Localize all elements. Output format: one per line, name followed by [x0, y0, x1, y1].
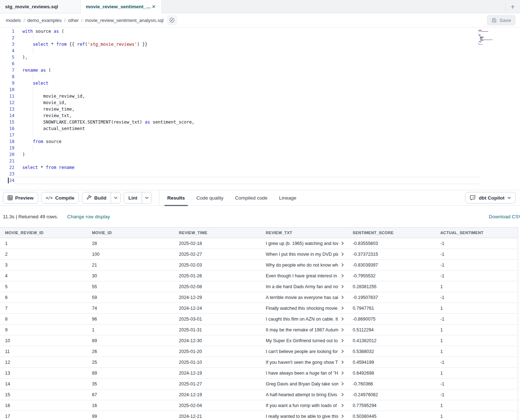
table-cell: -0.8690075 [348, 317, 435, 322]
expand-cell-chevron-icon[interactable] [341, 263, 344, 267]
expand-cell-chevron-icon[interactable] [341, 306, 344, 310]
download-csv-link[interactable]: Download CSV [489, 214, 520, 219]
table-row: 5552025-02-08Im a die hard Dads Army fan… [0, 281, 518, 292]
tab-movie-review-sentiment[interactable]: movie_review_sentiment_… ✕ [81, 0, 162, 13]
new-tab-button[interactable]: + [506, 3, 520, 11]
table-cell: 2024-12-19 [174, 371, 261, 376]
table-row: 15672024-12-19A half-hearted attempt to … [0, 389, 518, 400]
tab-results[interactable]: Results [162, 190, 191, 206]
expand-cell-chevron-icon[interactable] [341, 403, 344, 407]
close-icon[interactable]: ✕ [151, 4, 157, 9]
save-icon [492, 18, 497, 23]
review-text: When I put this movie in my DVD playe… [266, 252, 338, 257]
code-line[interactable]: 2 [0, 35, 520, 41]
code-line[interactable]: 24 [0, 177, 520, 184]
table-cell: Finally watched this shocking movie la… [261, 306, 348, 311]
tab-stg-movie-reviews[interactable]: stg_movie_reviews.sql [0, 0, 81, 13]
table-cell: 5 [0, 284, 87, 289]
column-header: ACTUAL_SENTIMENT [435, 231, 518, 235]
table-cell: -0.19507837 [348, 295, 435, 300]
code-line[interactable]: 14 review_txt, [0, 112, 520, 119]
expand-cell-chevron-icon[interactable] [341, 360, 344, 364]
save-button[interactable]: Save [487, 15, 516, 26]
expand-cell-chevron-icon[interactable] [341, 349, 344, 353]
code-line[interactable]: 19 [0, 145, 520, 151]
table-row: 10892024-12-30My Super Ex Girlfriend tur… [0, 335, 518, 346]
code-line[interactable]: 18 from source [0, 138, 520, 145]
code-line[interactable]: 15 SNOWFLAKE.CORTEX.SENTIMENT(review_txt… [0, 119, 520, 125]
code-line[interactable]: 9 select [0, 80, 520, 86]
code-line[interactable]: 4 [0, 48, 520, 54]
table-cell: 2025-01-10 [174, 360, 261, 365]
breadcrumb-separator: / [64, 18, 66, 23]
tab-code-quality[interactable]: Code quality [191, 190, 229, 206]
review-text: If you haven't seen the gong show TV s… [266, 360, 338, 365]
expand-cell-chevron-icon[interactable] [341, 241, 344, 245]
table-cell: -0.7955532 [348, 273, 435, 278]
expand-cell-chevron-icon[interactable] [341, 382, 344, 386]
code-line[interactable]: 6 [0, 61, 520, 67]
code-line[interactable]: 16 actual_sentiment [0, 125, 520, 132]
code-line[interactable]: 5), [0, 54, 520, 61]
table-cell: -1 [435, 273, 518, 278]
expand-cell-chevron-icon[interactable] [341, 285, 344, 289]
tab-compiled-code[interactable]: Compiled code [229, 190, 273, 206]
expand-cell-chevron-icon[interactable] [341, 339, 344, 343]
build-dropdown-button[interactable] [111, 192, 120, 203]
tab-lineage[interactable]: Lineage [273, 190, 302, 206]
code-text [14, 48, 520, 54]
table-cell: 2025-02-04 [174, 403, 261, 408]
code-line[interactable]: 20) [0, 151, 520, 158]
column-header: REVIEW_TXT [261, 231, 348, 235]
code-line[interactable]: 17 [0, 132, 520, 138]
expand-cell-chevron-icon[interactable] [341, 414, 344, 418]
minimap-line [478, 45, 504, 46]
table-cell: 100 [87, 252, 174, 257]
table-cell: If you want a fun romp with loads of s… [261, 403, 348, 408]
expand-cell-chevron-icon[interactable] [341, 252, 344, 256]
compile-button[interactable]: </> Compile [41, 192, 79, 204]
code-line[interactable]: 12 movie_id, [0, 99, 520, 106]
table-cell: 89 [87, 371, 174, 376]
table-cell: 2025-01-31 [174, 327, 261, 332]
code-editor[interactable]: 1with source as (23 select * from {{ ref… [0, 27, 520, 190]
expand-cell-chevron-icon[interactable] [341, 295, 344, 299]
code-line[interactable]: 8 [0, 73, 520, 80]
copilot-compass-button[interactable] [167, 15, 177, 25]
code-line[interactable]: 7rename as ( [0, 67, 520, 73]
lint-dropdown-button[interactable] [142, 192, 151, 203]
table-cell: Why do people who do not know what… [261, 263, 348, 268]
expand-cell-chevron-icon[interactable] [341, 328, 344, 332]
code-line[interactable]: 1with source as ( [0, 28, 520, 35]
preview-button[interactable]: Preview [3, 192, 38, 204]
expand-cell-chevron-icon[interactable] [341, 317, 344, 321]
line-number: 1 [0, 28, 14, 35]
code-line[interactable]: 3 select * from {{ ref('stg_movie_review… [0, 41, 520, 48]
table-cell: A terrible movie as everyone has said. … [261, 295, 348, 300]
lint-button[interactable]: Lint [124, 192, 142, 203]
review-text: Finally watched this shocking movie la… [266, 306, 338, 311]
code-line[interactable]: 22select * from rename [0, 164, 520, 171]
expand-cell-chevron-icon[interactable] [341, 371, 344, 375]
review-text: Even though I have great interest in Bi… [266, 273, 338, 278]
code-line[interactable]: 10 [0, 86, 520, 93]
code-line[interactable]: 11 movie_review_id, [0, 93, 520, 99]
table-cell: 2025-02-27 [174, 252, 261, 257]
text-cursor [8, 178, 9, 183]
table-cell: I caught this film on AZN on cable. It s… [261, 317, 348, 322]
expand-cell-chevron-icon[interactable] [341, 274, 344, 278]
review-text: If you want a fun romp with loads of s… [266, 403, 338, 408]
review-text: I have always been a huge fan of "Hom… [266, 371, 338, 376]
expand-cell-chevron-icon[interactable] [341, 393, 344, 397]
table-row: 4302025-01-26Even though I have great in… [0, 271, 518, 281]
table-cell: -0.37372315 [348, 252, 435, 257]
table-cell: 2025-01-27 [174, 381, 261, 387]
editor-minimap[interactable] [478, 30, 504, 46]
table-cell: 7 [0, 306, 87, 311]
code-line[interactable]: 21 [0, 158, 520, 164]
code-line[interactable]: 23 [0, 171, 520, 177]
code-line[interactable]: 13 review_time, [0, 106, 520, 112]
change-row-display-link[interactable]: Change row display [67, 214, 110, 219]
build-button[interactable]: Build [82, 192, 111, 203]
dbt-copilot-button[interactable]: dbt Copilot [465, 192, 516, 204]
